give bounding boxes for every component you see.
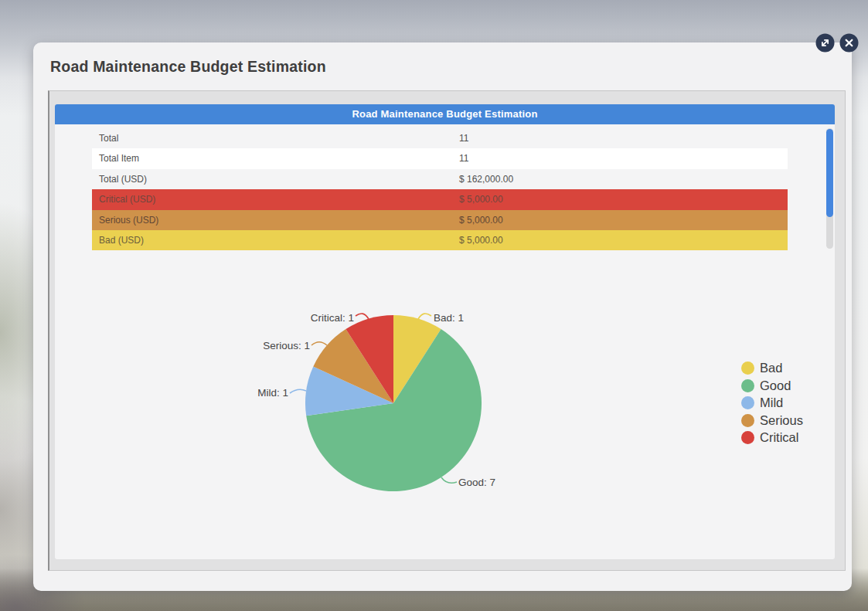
label-tick-mild — [290, 389, 306, 393]
legend-marker-icon — [741, 431, 754, 444]
chart-card: Road Maintenance Budget Estimation Total… — [55, 104, 835, 559]
legend-label: Serious — [760, 413, 803, 428]
pie-chart: Bad: 1 Good: 7 Mild: 1 Serious: 1 Critic… — [55, 104, 835, 559]
legend-marker-icon — [741, 414, 754, 427]
legend-label: Good — [760, 378, 791, 393]
label-tick-good — [441, 477, 457, 483]
modal-title: Road Maintenance Budget Estimation — [50, 58, 326, 76]
slice-label-mild: Mild: 1 — [257, 387, 288, 399]
legend-marker-icon — [741, 362, 754, 375]
slice-label-serious: Serious: 1 — [263, 340, 310, 351]
chart-legend: Bad Good Mild — [741, 362, 803, 449]
page-background: Road Maintenance Budget Estimation Road … — [0, 0, 868, 611]
legend-item-serious[interactable]: Serious — [741, 414, 803, 427]
legend-item-bad[interactable]: Bad — [741, 362, 803, 375]
legend-marker-icon — [741, 396, 754, 409]
legend-item-good[interactable]: Good — [741, 379, 803, 392]
legend-marker-icon — [741, 379, 754, 392]
expand-button[interactable] — [815, 33, 835, 53]
label-tick-serious — [311, 342, 327, 346]
legend-label: Bad — [760, 361, 782, 375]
legend-label: Critical — [760, 430, 798, 445]
legend-label: Mild — [760, 395, 783, 410]
slice-label-critical: Critical: 1 — [311, 312, 354, 324]
label-tick-critical — [356, 314, 369, 319]
legend-item-mild[interactable]: Mild — [741, 396, 803, 409]
close-button[interactable] — [839, 33, 859, 53]
diagonal-arrows-icon — [815, 33, 835, 53]
budget-estimation-modal: Road Maintenance Budget Estimation Road … — [33, 42, 852, 591]
legend-item-critical[interactable]: Critical — [741, 431, 803, 444]
slice-label-bad: Bad: 1 — [434, 312, 464, 324]
label-tick-bad — [418, 314, 431, 319]
slice-label-good: Good: 7 — [458, 477, 495, 488]
close-icon — [839, 33, 859, 53]
widget-frame: Road Maintenance Budget Estimation Total… — [48, 90, 846, 571]
